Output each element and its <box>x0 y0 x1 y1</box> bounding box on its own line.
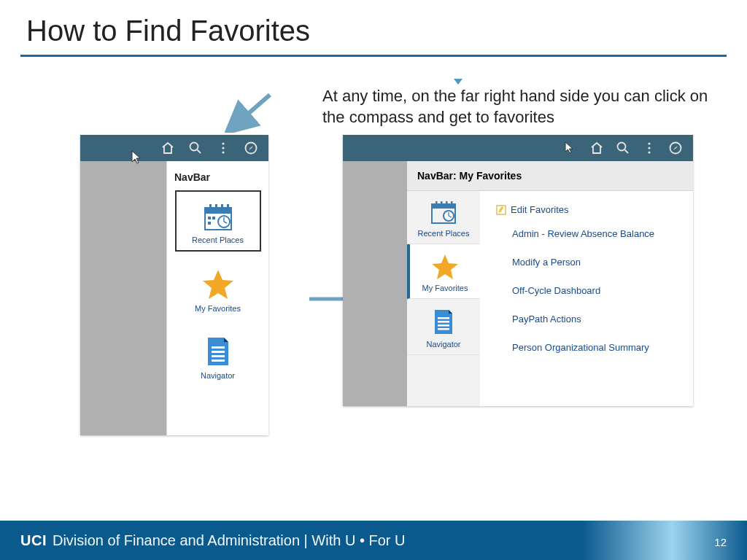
nav-item-navigator[interactable]: Navigator <box>407 299 480 355</box>
slide-title: How to Find Favorites <box>0 0 747 55</box>
favorites-header: NavBar: My Favorites <box>407 161 693 191</box>
home-icon[interactable] <box>589 141 604 155</box>
nav-item-label: Recent Places <box>418 229 470 238</box>
svg-point-4 <box>222 142 224 144</box>
svg-rect-10 <box>209 204 212 210</box>
svg-rect-15 <box>208 222 211 225</box>
title-rule <box>20 55 727 57</box>
compass-icon[interactable] <box>668 141 683 155</box>
nav-item-label: My Favorites <box>195 304 241 313</box>
app-toolbar <box>80 135 268 161</box>
nav-item-my-favorites[interactable]: My Favorites <box>407 244 480 299</box>
svg-point-26 <box>618 143 626 151</box>
app-toolbar <box>343 135 693 161</box>
compass-icon[interactable] <box>244 141 258 155</box>
svg-rect-36 <box>446 201 448 206</box>
caption-marker-icon <box>454 79 462 85</box>
edit-favorites-link[interactable]: Edit Favorites <box>496 204 686 215</box>
document-icon <box>204 335 233 367</box>
page-number: 12 <box>714 536 727 548</box>
cursor-icon <box>130 149 144 166</box>
star-icon <box>430 253 460 279</box>
svg-rect-21 <box>212 351 225 353</box>
svg-point-28 <box>648 142 650 144</box>
svg-rect-13 <box>227 204 229 210</box>
nav-item-label: Navigator <box>201 371 235 380</box>
svg-rect-22 <box>212 355 225 357</box>
slide-footer: UCI Division of Finance and Administrati… <box>0 521 747 560</box>
favorites-body: NavBar: My Favorites Recent Places My Fa… <box>407 161 693 406</box>
svg-rect-12 <box>221 204 223 210</box>
favorite-link[interactable]: Off-Cycle Dashboard <box>512 285 686 296</box>
calendar-clock-icon <box>430 200 457 225</box>
menu-kebab-icon[interactable] <box>216 141 231 155</box>
svg-rect-23 <box>212 359 225 362</box>
svg-point-30 <box>648 151 650 153</box>
svg-rect-11 <box>215 204 217 210</box>
svg-rect-37 <box>451 201 453 206</box>
nav-item-label: Recent Places <box>192 236 244 244</box>
svg-line-27 <box>625 150 629 154</box>
svg-point-6 <box>222 151 224 153</box>
document-icon <box>431 308 456 335</box>
nav-item-label: My Favorites <box>422 284 468 292</box>
favorite-link[interactable]: Admin - Review Absence Balance <box>512 228 686 239</box>
menu-kebab-icon[interactable] <box>642 141 657 155</box>
footer-text: Division of Finance and Administration |… <box>53 532 406 549</box>
svg-point-5 <box>222 147 224 149</box>
svg-line-1 <box>236 95 270 124</box>
search-icon[interactable] <box>616 141 630 155</box>
favorites-side-nav: Recent Places My Favorites Navigator <box>407 191 480 406</box>
svg-rect-20 <box>212 346 225 349</box>
nav-item-label: Navigator <box>426 340 460 349</box>
svg-rect-35 <box>441 201 443 206</box>
screenshot-navbar: NavBar Recent Places My Favorites Navi <box>80 135 268 435</box>
favorite-link[interactable]: PayPath Actions <box>512 314 686 324</box>
svg-point-2 <box>190 143 198 151</box>
navbar-panel: NavBar Recent Places My Favorites Navi <box>166 161 268 435</box>
svg-rect-34 <box>436 201 438 206</box>
search-icon[interactable] <box>188 141 203 155</box>
footer-brand: UCI <box>20 532 47 549</box>
pencil-icon <box>496 205 506 215</box>
favorites-list: Edit Favorites Admin - Review Absence Ba… <box>480 191 693 406</box>
calendar-clock-icon <box>202 202 234 231</box>
favorite-link[interactable]: Modify a Person <box>512 257 686 268</box>
nav-item-recent-places[interactable]: Recent Places <box>407 191 480 244</box>
navbar-title: NavBar <box>167 161 268 190</box>
home-icon[interactable] <box>160 141 175 155</box>
arrow-icon <box>225 89 276 133</box>
svg-rect-43 <box>438 324 449 327</box>
nav-item-my-favorites[interactable]: My Favorites <box>175 257 261 319</box>
svg-line-3 <box>198 150 201 154</box>
nav-item-navigator[interactable]: Navigator <box>175 324 261 386</box>
svg-rect-44 <box>438 328 449 330</box>
svg-point-29 <box>648 147 650 149</box>
cursor-icon <box>563 141 576 155</box>
edit-favorites-label: Edit Favorites <box>511 204 568 215</box>
nav-item-recent-places[interactable]: Recent Places <box>175 190 261 252</box>
svg-rect-14 <box>208 217 211 219</box>
star-icon <box>201 268 236 300</box>
svg-rect-42 <box>438 321 449 323</box>
svg-rect-41 <box>438 317 449 319</box>
svg-rect-16 <box>212 217 215 219</box>
caption-text: At any time, on the far right hand side … <box>322 86 716 128</box>
screenshot-favorites: NavBar: My Favorites Recent Places My Fa… <box>343 135 693 406</box>
favorite-link[interactable]: Person Organizational Summary <box>512 342 686 353</box>
